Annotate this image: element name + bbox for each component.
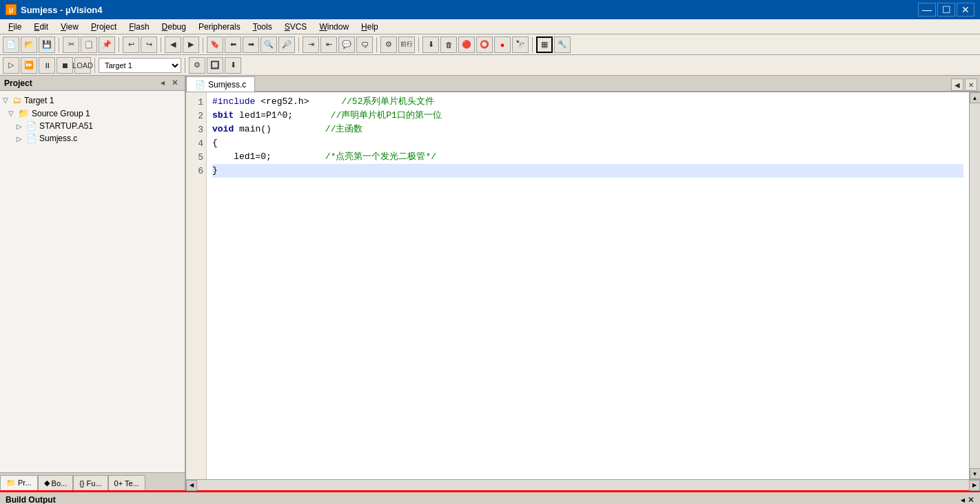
erase-button[interactable]: 🗑 [440, 36, 457, 53]
paste-button[interactable]: 📌 [99, 36, 115, 53]
window-controls: — ☐ ✕ [918, 3, 974, 17]
minimize-button[interactable]: — [918, 3, 936, 17]
scroll-down-button[interactable]: ▼ [970, 468, 981, 479]
pp-include: #include [212, 95, 255, 109]
watch-button[interactable]: 🔭 [512, 36, 529, 53]
toolbar2-btn3[interactable]: ⏸ [39, 57, 55, 74]
editor-tab-sumjess[interactable]: 📄 Sumjess.c [186, 76, 255, 92]
editor-tab-label: Sumjess.c [208, 80, 246, 90]
nav-fwd-button[interactable]: ▶ [183, 36, 199, 53]
prev-bookmark-button[interactable]: ⬅ [225, 36, 241, 53]
code-content[interactable]: #include <reg52.h> //52系列单片机头文件 sbit led… [207, 92, 969, 479]
tree-startup-file[interactable]: ▷ 📄 STARTUP.A51 [0, 120, 185, 132]
maximize-button[interactable]: ☐ [937, 3, 955, 17]
menu-project[interactable]: Project [85, 21, 122, 33]
flash-download-button[interactable]: ⬇ [225, 57, 241, 74]
editor-scrollbar-h[interactable]: ◀ ▶ [186, 479, 980, 490]
tree-target1[interactable]: ▽ 🗂 Target 1 [0, 94, 185, 107]
new-file-button[interactable]: 📄 [3, 36, 19, 53]
view-toggle-button[interactable]: ▦ [536, 36, 553, 53]
cut-button[interactable]: ✂ [63, 36, 79, 53]
panel-pin-button[interactable]: ◂ [158, 78, 167, 88]
tree-source-group[interactable]: ▽ 📁 Source Group 1 [0, 107, 185, 120]
find-next-button[interactable]: 🔎 [278, 36, 295, 53]
close-button[interactable]: ✕ [957, 3, 974, 17]
search-button[interactable]: 🔍 [261, 36, 277, 53]
uncomment-button[interactable]: 🗨 [356, 36, 373, 53]
menu-view[interactable]: View [55, 21, 84, 33]
tab-functions[interactable]: {} Fu... [73, 475, 108, 490]
editor-scrollbar-v[interactable]: ▲ ▼ [969, 92, 980, 479]
menu-flash[interactable]: Flash [123, 21, 154, 33]
separator5 [298, 37, 299, 52]
build-button[interactable]: ⚙ [380, 36, 397, 53]
reset-button[interactable]: 🔴 [458, 36, 475, 53]
nav-back-button[interactable]: ◀ [165, 36, 181, 53]
toolbar2-btn4[interactable]: ⏹ [57, 57, 73, 74]
menu-file[interactable]: File [3, 21, 27, 33]
break-button[interactable]: ● [494, 36, 511, 53]
editor-panel-close-button[interactable]: ✕ [965, 78, 977, 91]
target-folder-icon: 🗂 [12, 95, 21, 105]
scroll-up-button[interactable]: ▲ [970, 92, 981, 103]
tree-sumjess-file[interactable]: ▷ 📄 Sumjess.c [0, 132, 185, 145]
redo-button[interactable]: ↪ [141, 36, 157, 53]
options-button[interactable]: ⚙ [189, 57, 205, 74]
menu-help[interactable]: Help [356, 21, 384, 33]
menu-peripherals[interactable]: Peripherals [193, 21, 246, 33]
tab-templates[interactable]: 0+ Te... [108, 475, 145, 490]
scroll-right-button[interactable]: ▶ [969, 480, 980, 491]
settings-button[interactable]: 🔧 [554, 36, 571, 53]
code-line-5: led1=0; /*点亮第一个发光二极管*/ [212, 150, 963, 164]
editor-panel-left-button[interactable]: ◀ [951, 78, 963, 91]
code-line-6: } [212, 164, 963, 178]
build-output-close[interactable]: ✕ [968, 495, 974, 505]
toolbar2-btn5[interactable]: LOAD [74, 57, 91, 74]
tab-functions-label: Fu... [87, 479, 102, 487]
editor-tab-icon: 📄 [195, 80, 205, 90]
separator10 [185, 58, 185, 73]
toolbar2-btn2[interactable]: ⏩ [21, 57, 37, 74]
menu-bar: File Edit View Project Flash Debug Perip… [0, 19, 980, 34]
project-tree: ▽ 🗂 Target 1 ▽ 📁 Source Group 1 ▷ 📄 STAR… [0, 91, 185, 472]
scroll-left-button[interactable]: ◀ [186, 480, 197, 491]
toolbar2-btn1[interactable]: ▷ [3, 57, 19, 74]
open-file-button[interactable]: 📂 [21, 36, 37, 53]
panel-close-button[interactable]: ✕ [169, 78, 181, 88]
stop-button[interactable]: ⭕ [476, 36, 493, 53]
menu-svcs[interactable]: SVCS [279, 21, 313, 33]
separator8 [532, 37, 533, 52]
target-dropdown[interactable]: Target 1 [99, 58, 181, 73]
chip-button[interactable]: 🔲 [207, 57, 223, 74]
download-button[interactable]: ⬇ [422, 36, 439, 53]
tab-books[interactable]: ◆ Bo... [38, 475, 74, 490]
build-output-pin[interactable]: ◂ [961, 495, 965, 505]
menu-tools[interactable]: Tools [247, 21, 278, 33]
menu-edit[interactable]: Edit [28, 21, 54, 33]
kw-sbit: sbit [212, 109, 234, 123]
panel-header: Project ◂ ✕ [0, 76, 185, 91]
code-editor[interactable]: 1 2 3 4 5 6 #include <reg52.h> //52系列单片机… [186, 92, 980, 479]
next-bookmark-button[interactable]: ➡ [243, 36, 259, 53]
code-line-3: void main() //主函数 [212, 123, 963, 136]
title-bar-left: μ Sumjess - µVision4 [6, 4, 103, 15]
indent-button[interactable]: ⇥ [303, 36, 319, 53]
tab-project-icon: 📁 [6, 479, 16, 487]
outdent-button[interactable]: ⇤ [320, 36, 337, 53]
tab-project[interactable]: 📁 Pr... [0, 475, 38, 490]
copy-button[interactable]: 📋 [81, 36, 97, 53]
comment-button[interactable]: 💬 [338, 36, 355, 53]
app-title: Sumjess - µVision4 [21, 5, 103, 15]
bookmark-button[interactable]: 🔖 [207, 36, 223, 53]
toolbar-secondary: ▷ ⏩ ⏸ ⏹ LOAD Target 1 ⚙ 🔲 ⬇ [0, 55, 980, 76]
separator7 [418, 37, 419, 52]
save-button[interactable]: 💾 [39, 36, 55, 53]
build-output-title: Build Output [6, 495, 56, 505]
title-bar: μ Sumjess - µVision4 — ☐ ✕ [0, 0, 980, 19]
menu-window[interactable]: Window [314, 21, 354, 33]
run-button[interactable]: 前行 [398, 36, 415, 53]
undo-button[interactable]: ↩ [123, 36, 139, 53]
menu-debug[interactable]: Debug [156, 21, 192, 33]
editor-area: 📄 Sumjess.c ◀ ✕ 1 2 3 4 5 6 #inclu [186, 76, 980, 490]
panel-header-buttons: ◂ ✕ [158, 78, 181, 88]
